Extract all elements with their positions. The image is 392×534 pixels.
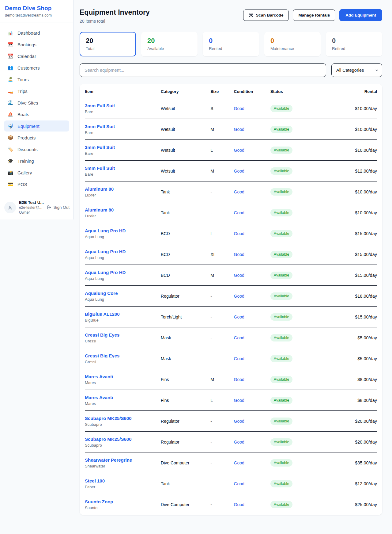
status-cell: Available — [270, 209, 332, 216]
item-name-link[interactable]: Aqua Lung Pro HD — [85, 270, 161, 275]
item-cell: 5mm Full SuitBare — [85, 166, 161, 177]
condition-link[interactable]: Good — [234, 460, 244, 465]
search-input[interactable] — [80, 63, 326, 77]
stat-card-retired[interactable]: 0Retired — [326, 32, 382, 56]
item-name-link[interactable]: 3mm Full Suit — [85, 124, 161, 129]
user-info: E2E Test U... e2e-tester@... Owner — [19, 200, 44, 215]
table-row: 3mm Full SuitBareWetsuitLGoodAvailable$1… — [85, 140, 377, 161]
item-name-link[interactable]: 3mm Full Suit — [85, 145, 161, 150]
rental-cell: $12.00/day — [332, 481, 377, 486]
stat-card-total[interactable]: 20Total — [80, 32, 136, 56]
sidebar-item-customers[interactable]: 👥Customers — [4, 62, 69, 73]
item-name-link[interactable]: Aluminum 80 — [85, 186, 161, 192]
barcode-scan-icon — [249, 13, 253, 17]
item-name-link[interactable]: BigBlue AL1200 — [85, 311, 161, 317]
condition-cell: Good — [234, 293, 270, 299]
item-name-link[interactable]: Aqua Lung Pro HD — [85, 228, 161, 233]
category-select[interactable]: All Categories — [331, 63, 382, 77]
rental-cell: $35.00/day — [332, 460, 377, 465]
condition-link[interactable]: Good — [234, 398, 244, 403]
sidebar-item-equipment[interactable]: 🤿Equipment — [4, 120, 69, 132]
table-row: Cressi Big EyesCressiMask-GoodAvailable$… — [85, 327, 377, 348]
condition-link[interactable]: Good — [234, 210, 244, 215]
item-brand: Aqua Lung — [85, 255, 161, 260]
item-name-link[interactable]: Cressi Big Eyes — [85, 353, 161, 358]
sidebar-item-dive-sites[interactable]: 🌊Dive Sites — [4, 97, 69, 108]
sidebar-item-boats[interactable]: ⛵Boats — [4, 109, 69, 120]
sidebar-item-calendar[interactable]: 📆Calendar — [4, 51, 69, 62]
column-header-condition: Condition — [234, 89, 270, 94]
condition-link[interactable]: Good — [234, 273, 244, 278]
condition-cell: Good — [234, 147, 270, 153]
stat-card-rented[interactable]: 0Rented — [203, 32, 259, 56]
sidebar-item-trips[interactable]: 🚤Trips — [4, 86, 69, 97]
sidebar-item-tours[interactable]: 🏝️Tours — [4, 74, 69, 85]
main-content: Equipment Inventory 20 items total Scan … — [74, 0, 392, 524]
condition-link[interactable]: Good — [234, 106, 244, 111]
condition-link[interactable]: Good — [234, 231, 244, 236]
condition-link[interactable]: Good — [234, 502, 244, 507]
sidebar-item-pos[interactable]: 💳POS — [4, 179, 69, 190]
rental-cell: $12.00/day — [332, 169, 377, 174]
sidebar-item-products[interactable]: 📦Products — [4, 132, 69, 143]
status-cell: Available — [270, 501, 332, 508]
condition-cell: Good — [234, 252, 270, 257]
item-name-link[interactable]: Scubapro MK25/S600 — [85, 437, 161, 442]
condition-cell: Good — [234, 356, 270, 361]
item-cell: Shearwater PeregrineShearwater — [85, 457, 161, 468]
status-cell: Available — [270, 126, 332, 133]
condition-link[interactable]: Good — [234, 481, 244, 486]
scan-barcode-button[interactable]: Scan Barcode — [243, 10, 289, 21]
condition-link[interactable]: Good — [234, 189, 244, 194]
sidebar-item-discounts[interactable]: 🏷️Discounts — [4, 144, 69, 155]
condition-cell: Good — [234, 335, 270, 341]
sidebar-item-bookings[interactable]: 📅Bookings — [4, 39, 69, 50]
item-name-link[interactable]: Shearwater Peregrine — [85, 457, 161, 463]
condition-link[interactable]: Good — [234, 335, 244, 340]
sidebar-item-training[interactable]: 🎓Training — [4, 155, 69, 166]
item-name-link[interactable]: Scubapro MK25/S600 — [85, 416, 161, 421]
item-name-link[interactable]: Steel 100 — [85, 478, 161, 483]
sidebar-item-dashboard[interactable]: 📊Dashboard — [4, 27, 69, 38]
item-name-link[interactable]: Aqua Lung Pro HD — [85, 249, 161, 254]
graduation-cap-icon: 🎓 — [7, 158, 13, 164]
condition-link[interactable]: Good — [234, 127, 244, 132]
column-header-size: Size — [210, 89, 234, 94]
condition-link[interactable]: Good — [234, 377, 244, 382]
sidebar-item-gallery[interactable]: 📸Gallery — [4, 167, 69, 178]
add-equipment-button[interactable]: Add Equipment — [339, 9, 382, 21]
item-name-link[interactable]: Mares Avanti — [85, 374, 161, 379]
size-cell: - — [210, 440, 234, 444]
condition-link[interactable]: Good — [234, 419, 244, 424]
column-header-status: Status — [270, 89, 332, 94]
item-cell: Cressi Big EyesCressi — [85, 353, 161, 364]
item-name-link[interactable]: 5mm Full Suit — [85, 166, 161, 171]
condition-link[interactable]: Good — [234, 356, 244, 361]
stat-card-available[interactable]: 20Available — [141, 32, 198, 56]
condition-link[interactable]: Good — [234, 440, 244, 444]
item-name-link[interactable]: 3mm Full Suit — [85, 103, 161, 108]
condition-link[interactable]: Good — [234, 315, 244, 319]
condition-link[interactable]: Good — [234, 148, 244, 153]
item-name-link[interactable]: Mares Avanti — [85, 395, 161, 400]
status-badge: Available — [270, 438, 293, 446]
sign-out-button[interactable]: Sign Out — [47, 205, 70, 210]
condition-link[interactable]: Good — [234, 294, 244, 299]
item-brand: Mares — [85, 380, 161, 385]
manage-rentals-button[interactable]: Manage Rentals — [293, 10, 335, 21]
logo-block: Demo Dive Shop demo.test.divestreams.com — [0, 0, 73, 22]
condition-link[interactable]: Good — [234, 252, 244, 257]
category-cell: Dive Computer — [161, 460, 210, 465]
page-header: Equipment Inventory 20 items total Scan … — [80, 8, 382, 24]
item-name-link[interactable]: Cressi Big Eyes — [85, 332, 161, 338]
status-badge: Available — [270, 167, 293, 175]
category-cell: Tank — [161, 189, 210, 194]
item-name-link[interactable]: Suunto Zoop — [85, 499, 161, 504]
stat-card-maintenance[interactable]: 0Maintenance — [264, 32, 321, 56]
condition-cell: Good — [234, 189, 270, 195]
item-name-link[interactable]: Aluminum 80 — [85, 207, 161, 212]
item-name-link[interactable]: Aqualung Core — [85, 291, 161, 296]
item-cell: Aluminum 80Luxfer — [85, 186, 161, 197]
rental-cell: $5.00/day — [332, 356, 377, 361]
condition-link[interactable]: Good — [234, 169, 244, 174]
